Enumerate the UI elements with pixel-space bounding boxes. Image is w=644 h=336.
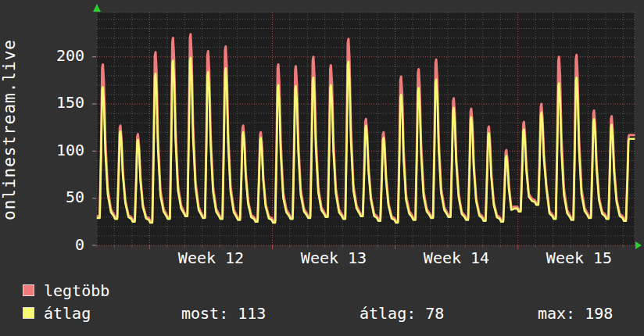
x-tick-label-week12: Week 12 (156, 250, 266, 266)
y-tick-label-200: 200 (50, 48, 84, 63)
stat-most: most: 113 (181, 305, 266, 322)
legend-label-max: legtöbb (44, 282, 109, 299)
stat-max: max: 198 (538, 305, 613, 322)
x-tick-label-week13: Week 13 (279, 250, 388, 266)
y-tick-label-100: 100 (50, 142, 84, 158)
stat-atlag: átlag: 78 (360, 305, 444, 322)
y-tick-label-0: 0 (50, 237, 84, 252)
legend-swatch-avg (23, 307, 34, 319)
y-tick-label-50: 50 (50, 189, 84, 205)
rrd-graph: onlinestream.live 200 150 100 50 0 Week … (0, 0, 644, 336)
x-tick-label-week15: Week 15 (524, 250, 634, 266)
x-tick-label-week14: Week 14 (402, 250, 511, 266)
legend-label-avg: átlag (44, 305, 91, 322)
legend-swatch-max (23, 284, 34, 296)
y-tick-label-150: 150 (50, 95, 84, 110)
chart-title: onlinestream.live (0, 30, 20, 230)
